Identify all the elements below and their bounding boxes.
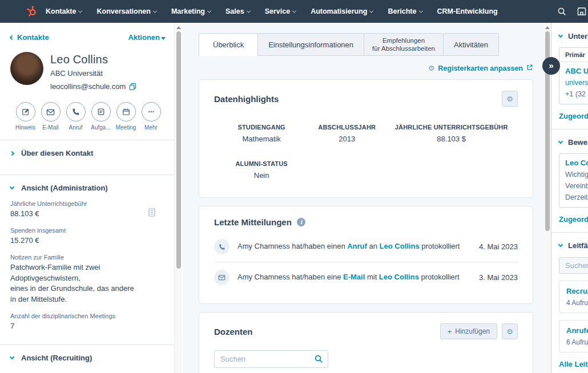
- communication-date: 3. Mai 2023: [479, 273, 518, 282]
- gear-icon: ⚙: [506, 328, 513, 335]
- highlights-settings-button[interactable]: ⚙: [502, 91, 518, 107]
- top-navigation: Kontakte Konversationen Marketing Sales …: [0, 0, 588, 23]
- nav-item-crm-entwicklung[interactable]: CRM-Entwicklung: [437, 7, 498, 15]
- contact-link[interactable]: Leo Collins: [380, 242, 420, 250]
- scroll-up-arrow[interactable]: [545, 26, 550, 29]
- primary-badge: Primär: [559, 48, 588, 62]
- nav-item-berichte[interactable]: Berichte: [388, 7, 422, 15]
- activity-type-link[interactable]: Anruf: [347, 242, 367, 250]
- card-title: Dozenten: [214, 327, 253, 336]
- card-title: Letzte Mitteilungen: [214, 217, 292, 227]
- expand-right-panel-button[interactable]: »: [542, 57, 560, 75]
- search-icon[interactable]: [557, 7, 566, 16]
- chevron-down-icon: [292, 9, 296, 13]
- section-bewerbungen[interactable]: Bewerbungen: [559, 138, 588, 147]
- section-ansicht-administration[interactable]: Ansicht (Administration): [10, 184, 166, 200]
- section-unternehmen[interactable]: Unternehmen: [559, 32, 588, 40]
- main-scrollbar[interactable]: [543, 23, 551, 373]
- contact-link[interactable]: Leo Collins: [379, 273, 419, 281]
- customize-tabs-link[interactable]: ⚙ Registerkarten anpassen: [199, 64, 533, 72]
- scroll-up-arrow[interactable]: [176, 26, 181, 29]
- associations-panel: Unternehmen Primär ABC Universität unive…: [551, 23, 588, 373]
- email-button[interactable]: E-Mail: [39, 102, 62, 131]
- chevron-down-icon: [153, 9, 157, 13]
- company-link[interactable]: ABC Universität: [565, 67, 588, 75]
- phone-icon: [66, 102, 86, 121]
- communication-row-email[interactable]: Amy Chamness hat/haben eine E-Mail mit L…: [214, 262, 518, 293]
- playbook-card[interactable]: Anrufe 6 Aufrufe: [559, 320, 588, 352]
- more-button[interactable]: Mehr: [139, 102, 163, 131]
- field-spenden-insgesamt: Spenden insgesamt 15.270 €: [10, 227, 166, 246]
- card-datenhighlights: Datenhighlights ⚙ STUDIENGANG Mathematik…: [199, 79, 533, 198]
- sidebar-scrollbar[interactable]: [174, 23, 182, 373]
- calculation-icon[interactable]: [148, 208, 155, 219]
- actions-dropdown[interactable]: Aktionen: [128, 33, 166, 42]
- task-button[interactable]: Aufga...: [89, 102, 112, 131]
- search-icon[interactable]: [314, 354, 323, 366]
- chevron-down-icon: [558, 242, 563, 247]
- highlights-grid: STUDIENGANG Mathematik ABSCHLUSSJAHR 201…: [214, 124, 518, 186]
- application-card: Leo Collins Wichtig Vereinbarung Derzeit…: [559, 153, 588, 208]
- hubspot-logo-icon[interactable]: [25, 5, 38, 18]
- playbook-link[interactable]: Anrufe: [566, 326, 588, 335]
- chevron-down-icon: [418, 9, 422, 13]
- nav-menu: Kontakte Konversationen Marketing Sales …: [46, 7, 498, 15]
- highlight-abschlussjahr: ABSCHLUSSJAHR 2013: [309, 124, 385, 143]
- external-link-icon: [526, 64, 533, 72]
- company-phone: +1 (32: [565, 90, 588, 98]
- playbook-card[interactable]: Recruiting 4 Aufrufe: [559, 281, 588, 313]
- email-icon: [41, 102, 61, 121]
- chevron-down-icon: [558, 33, 563, 38]
- company-website-link[interactable]: universitaet.com: [565, 79, 588, 87]
- marketplace-icon[interactable]: [577, 7, 587, 16]
- chevron-down-icon: [247, 9, 251, 13]
- back-to-contacts-link[interactable]: Kontakte: [10, 33, 49, 42]
- tab-ueberblick[interactable]: Überblick: [199, 33, 258, 56]
- view-all-playbooks-link[interactable]: Alle Leitfäden: [559, 360, 588, 368]
- note-icon: [16, 102, 35, 121]
- company-card: Primär ABC Universität universitaet.com …: [559, 47, 588, 104]
- chevron-down-icon: [78, 9, 82, 13]
- card-letzte-mitteilungen: Letzte Mitteilungen i Amy Chamness hat/h…: [199, 206, 533, 304]
- communication-row-call[interactable]: Amy Chamness hat/haben einen Anruf an Le…: [214, 232, 518, 262]
- dozenten-search-input[interactable]: [214, 350, 328, 368]
- contact-email[interactable]: leocollins@schule.com: [50, 82, 126, 91]
- record-tabs: Überblick Einstellungsinformationen Empf…: [199, 33, 543, 56]
- field-jaehrliche-unterrichtsgebuehr: Jährliche Unterrichtsgebühr 88.103 €: [10, 200, 166, 220]
- section-leitfaeden[interactable]: Leitfäden: [559, 241, 588, 250]
- add-dozent-button[interactable]: +Hinzufügen: [440, 323, 497, 339]
- note-button[interactable]: Hinweis: [14, 102, 37, 131]
- section-ansicht-recruiting[interactable]: Ansicht (Recruiting): [10, 354, 166, 370]
- nav-item-automatisierung[interactable]: Automatisierung: [311, 7, 373, 15]
- call-button[interactable]: Anruf: [64, 102, 87, 131]
- highlight-studiengang: STUDIENGANG Mathematik: [214, 124, 309, 143]
- email-icon: [214, 270, 229, 285]
- divider: [551, 232, 588, 233]
- nav-item-konversationen[interactable]: Konversationen: [96, 7, 156, 15]
- playbook-link[interactable]: Recruiting: [566, 287, 588, 295]
- scrollbar-thumb[interactable]: [176, 31, 181, 269]
- chevron-down-icon: [207, 9, 211, 13]
- phone-icon: [214, 239, 229, 254]
- dozenten-settings-button[interactable]: ⚙: [502, 323, 518, 339]
- view-associated-applications-link[interactable]: Zugeordnete: [559, 215, 588, 224]
- chevron-down-icon: [10, 185, 14, 189]
- nav-right-icons: [557, 7, 588, 16]
- avatar: [10, 52, 43, 85]
- nav-item-sales[interactable]: Sales: [225, 7, 250, 15]
- nav-item-service[interactable]: Service: [265, 7, 296, 15]
- nav-item-kontakte[interactable]: Kontakte: [46, 7, 82, 15]
- view-associated-companies-link[interactable]: Zugeordnete: [559, 112, 588, 120]
- section-about-contact[interactable]: Über diesen Kontakt: [10, 149, 166, 165]
- tab-aktivitaeten[interactable]: Aktivitäten: [443, 33, 499, 56]
- activity-type-link[interactable]: E-Mail: [343, 273, 365, 281]
- tab-empfehlungen-abschlussarbeiten[interactable]: Empfehlungen für Abschlussarbeiten: [364, 33, 444, 56]
- caret-down-icon: [161, 37, 166, 40]
- info-icon[interactable]: i: [297, 218, 305, 226]
- playbooks-search-input[interactable]: [559, 257, 588, 274]
- application-link[interactable]: Leo Collins: [565, 159, 588, 167]
- meeting-button[interactable]: Meeting: [114, 102, 138, 131]
- copy-icon[interactable]: [129, 83, 136, 90]
- nav-item-marketing[interactable]: Marketing: [171, 7, 211, 15]
- tab-einstellungsinformationen[interactable]: Einstellungsinformationen: [257, 33, 364, 56]
